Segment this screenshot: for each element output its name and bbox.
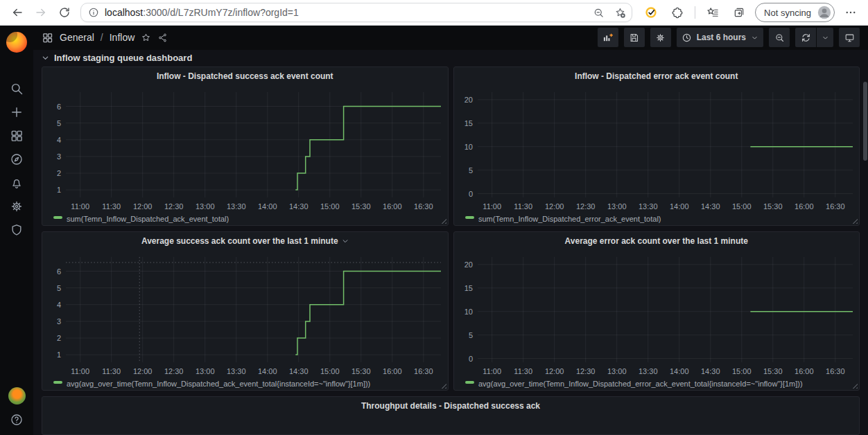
forward-button[interactable]	[29, 2, 53, 23]
panel-title-text: Inflow - Dispatched success ack event co…	[157, 71, 333, 81]
extensions-button[interactable]	[666, 2, 689, 23]
panel-resize-handle[interactable]	[853, 219, 858, 224]
time-series-chart[interactable]: 0510152011:0011:3012:0012:3013:0013:3014…	[454, 250, 860, 390]
breadcrumb-section[interactable]: General	[60, 32, 94, 43]
svg-text:11:30: 11:30	[102, 202, 121, 211]
bell-icon	[10, 176, 24, 190]
zoom-out-icon	[774, 33, 785, 43]
profile-button[interactable]: Not syncing	[755, 3, 835, 22]
compass-icon	[10, 152, 24, 166]
user-avatar[interactable]	[8, 387, 26, 405]
sidebar-item-alerting[interactable]	[10, 176, 24, 190]
breadcrumb-separator: /	[101, 32, 103, 43]
svg-text:14:00: 14:00	[258, 367, 277, 375]
add-panel-button[interactable]	[598, 28, 618, 47]
time-zoom-out-button[interactable]	[769, 28, 790, 47]
share-icon[interactable]	[157, 33, 168, 43]
time-series-chart[interactable]: 0510152011:0011:3012:0012:3013:0013:3014…	[454, 85, 860, 225]
svg-text:sum(Temn_Inflow_Dispatched_err: sum(Temn_Inflow_Dispatched_error_ack_eve…	[478, 215, 661, 223]
site-info-icon[interactable]	[88, 7, 99, 18]
extensions-puzzle-icon	[671, 6, 684, 19]
back-button[interactable]	[6, 2, 29, 23]
svg-text:12:30: 12:30	[575, 367, 595, 375]
svg-text:16:30: 16:30	[414, 202, 433, 211]
panel-title[interactable]: Average success ack count over the last …	[42, 232, 448, 250]
svg-text:2: 2	[57, 334, 61, 342]
panel-average-error-ack: Average error ack count over the last 1 …	[453, 231, 860, 391]
panel-title[interactable]: Throughput details - Dispatched success …	[42, 397, 859, 415]
svg-text:13:00: 13:00	[196, 367, 215, 375]
sidebar-item-server-admin[interactable]	[10, 223, 24, 237]
sidebar-item-configuration[interactable]	[10, 199, 24, 213]
refresh-icon	[58, 6, 71, 19]
refresh-interval-caret[interactable]	[817, 28, 833, 47]
toolbar-separator	[695, 6, 695, 19]
apps-grid-icon[interactable]	[42, 32, 53, 44]
panel-resize-handle[interactable]	[853, 384, 858, 389]
svg-text:13:00: 13:00	[196, 202, 215, 211]
panel-title[interactable]: Inflow - Dispatched success ack event co…	[42, 67, 448, 85]
address-bar[interactable]: localhost:3000/d/L7zRUmY7z/inflow?orgId=…	[80, 3, 632, 22]
svg-text:20: 20	[464, 260, 472, 269]
sidebar-item-help[interactable]	[10, 413, 24, 427]
zoom-out-icon[interactable]	[593, 7, 605, 19]
sidebar-item-create[interactable]	[10, 105, 24, 119]
dashboard-settings-button[interactable]	[650, 28, 671, 47]
profile-avatar-icon	[817, 5, 832, 20]
breadcrumb-page[interactable]: Inflow	[110, 32, 135, 43]
refresh-button[interactable]	[53, 2, 76, 23]
page-scrollbar-thumb[interactable]	[863, 82, 867, 161]
svg-text:14:30: 14:30	[289, 202, 309, 211]
svg-text:3: 3	[57, 152, 61, 161]
clock-icon	[682, 33, 692, 43]
grafana-logo[interactable]	[6, 32, 27, 53]
grafana-sidebar	[0, 26, 33, 435]
svg-text:12:00: 12:00	[544, 367, 564, 375]
panel-resize-handle[interactable]	[442, 219, 446, 224]
favorites-button[interactable]	[701, 2, 724, 23]
refresh-dashboard-button[interactable]	[795, 28, 816, 47]
panel-title[interactable]: Average error ack count over the last 1 …	[454, 232, 860, 250]
svg-text:13:00: 13:00	[607, 367, 626, 375]
time-series-chart[interactable]: 12345611:0011:3012:0012:3013:0013:3014:0…	[42, 250, 448, 390]
svg-text:5: 5	[468, 166, 472, 175]
add-favorite-icon[interactable]	[614, 7, 626, 19]
time-series-chart[interactable]: 12345611:0011:3012:0012:3013:0013:3014:0…	[42, 85, 448, 225]
svg-text:14:00: 14:00	[258, 202, 277, 211]
svg-text:16:30: 16:30	[414, 367, 433, 375]
svg-text:15:30: 15:30	[763, 202, 783, 211]
shield-icon	[10, 223, 24, 237]
star-icon[interactable]	[141, 33, 151, 43]
svg-text:11:00: 11:00	[483, 367, 501, 375]
panel-dispatched-success-ack: Inflow - Dispatched success ack event co…	[42, 66, 449, 226]
dashboard-topbar: General / Inflow Last 6 hours	[33, 26, 868, 50]
sidebar-item-dashboards[interactable]	[10, 129, 24, 143]
svg-text:14:30: 14:30	[289, 367, 309, 375]
panel-title[interactable]: Inflow - Dispatched error ack event coun…	[454, 67, 860, 85]
caret-down-icon	[822, 34, 829, 42]
svg-text:12:00: 12:00	[133, 202, 153, 211]
panel-title-text: Inflow - Dispatched error ack event coun…	[575, 71, 738, 81]
save-dashboard-button[interactable]	[624, 28, 645, 47]
cycle-view-mode-button[interactable]	[839, 28, 860, 47]
svg-text:20: 20	[464, 96, 472, 104]
collections-button[interactable]	[727, 2, 751, 23]
extension-check-button[interactable]	[639, 2, 663, 23]
svg-text:3: 3	[57, 317, 61, 326]
svg-text:14:00: 14:00	[669, 202, 688, 211]
panel-resize-handle[interactable]	[442, 384, 446, 389]
sidebar-item-explore[interactable]	[10, 152, 24, 166]
settings-gear-icon	[655, 33, 666, 43]
dashboard-row-header[interactable]: Inflow staging queue dashboard	[42, 53, 860, 64]
url-text[interactable]: localhost:3000/d/L7zRUmY7z/inflow?orgId=…	[105, 7, 593, 18]
panel-menu-caret-icon[interactable]	[342, 238, 349, 245]
svg-text:15:30: 15:30	[351, 202, 371, 211]
browser-menu-button[interactable]	[839, 2, 862, 23]
forward-arrow-icon	[35, 6, 47, 19]
svg-text:sum(Temn_Inflow_Dispatched_ack: sum(Temn_Inflow_Dispatched_ack_event_tot…	[67, 215, 229, 223]
time-range-label: Last 6 hours	[697, 33, 746, 42]
time-range-picker[interactable]: Last 6 hours	[677, 28, 763, 47]
panel-average-success-ack: Average success ack count over the last …	[42, 231, 449, 391]
svg-text:14:30: 14:30	[700, 202, 720, 211]
sidebar-item-search[interactable]	[10, 82, 24, 96]
